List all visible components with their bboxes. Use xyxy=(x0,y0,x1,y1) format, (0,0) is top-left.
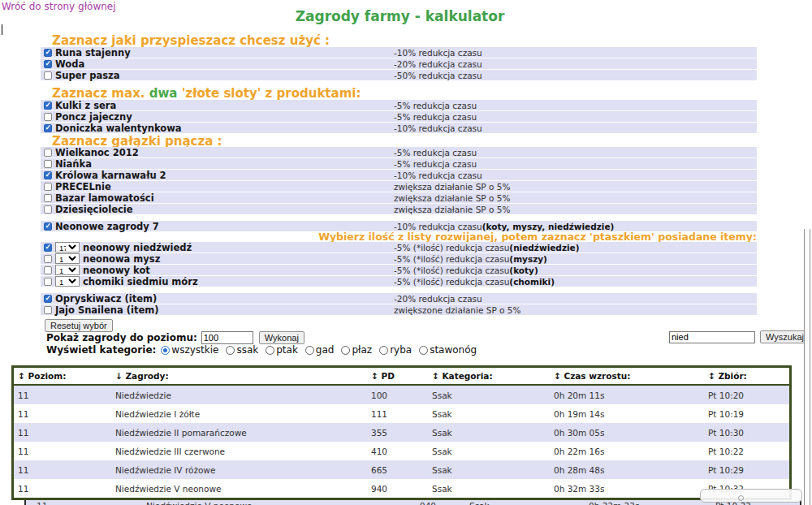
option-checkbox[interactable] xyxy=(44,149,52,157)
option-row: Wielkanoc 2012-5% redukcja czasu xyxy=(41,147,757,158)
table-header-cell[interactable]: ↕ Czas wzrostu: xyxy=(550,371,704,381)
option-checkbox[interactable] xyxy=(44,205,52,214)
option-effect-text: zwiększa działanie SP o 5% xyxy=(394,204,510,214)
option-checkbox[interactable] xyxy=(44,71,52,80)
option-checkbox[interactable] xyxy=(44,194,52,202)
table-cell: 940 xyxy=(367,484,428,494)
option-row: Dziesięcioleciezwiększa działanie SP o 5… xyxy=(41,204,757,214)
option-effect-text: -5% (*ilość) redukcja czasu (myszy) xyxy=(394,253,547,264)
option-effect-text: -5% (*ilość) redukcja czasu (chomiki) xyxy=(394,276,555,287)
table-header-cell[interactable]: ↕ PD xyxy=(367,371,428,381)
option-checkbox[interactable] xyxy=(44,222,52,231)
option-effect-bold: (koty) xyxy=(509,265,538,275)
category-radio-stawonóg[interactable] xyxy=(419,346,428,355)
table-cell: 111 xyxy=(367,409,428,419)
category-filter-line: Wyświetl kategorie: wszystkiessakptakgad… xyxy=(46,344,484,356)
table-cell: Ssak xyxy=(428,428,550,438)
table-cell: 11 xyxy=(14,391,111,400)
quantity-select[interactable]: 1 xyxy=(55,253,80,264)
category-radio-wszystkie[interactable] xyxy=(161,346,170,355)
category-radio-gad[interactable] xyxy=(305,346,314,355)
option-checkbox[interactable] xyxy=(44,266,52,274)
partial-table-row: 11Niedźwiedzie V neonowe940Ssak0h 32m 33… xyxy=(24,500,801,505)
table-cell: Ssak xyxy=(428,465,550,475)
level-label: Pokaż zagrody do poziomu: xyxy=(46,332,197,343)
option-checkbox[interactable] xyxy=(44,124,52,132)
option-effect-text: -10% redukcja czasu xyxy=(394,123,482,133)
option-label: neonowy niedźwiedź xyxy=(83,242,192,253)
quantity-select[interactable]: 1 xyxy=(55,276,80,287)
option-label: Kulki z sera xyxy=(55,100,116,111)
search-button[interactable]: Wyszukaj xyxy=(760,330,810,343)
option-checkbox[interactable] xyxy=(44,244,52,252)
partial-row-cell: Ssak xyxy=(469,501,490,505)
option-effect-text: -20% redukcja czasu xyxy=(394,58,482,69)
option-label: Królowa karnawału 2 xyxy=(55,170,166,181)
option-row: Niańka-5% redukcja czasu xyxy=(41,158,757,169)
table-header-label: Kategoria: xyxy=(442,371,492,381)
sort-arrow-icon[interactable]: ↕ xyxy=(432,371,442,381)
category-radio-item: stawonóg xyxy=(419,344,477,356)
category-radio-ryba[interactable] xyxy=(379,346,388,355)
category-radio-ptak[interactable] xyxy=(266,346,274,355)
table-cell: 11 xyxy=(14,409,111,419)
table-cell: Pt 10:29 xyxy=(704,465,789,475)
sort-arrow-icon[interactable]: ↕ xyxy=(708,371,718,381)
option-effect-text: -10% redukcja czasu xyxy=(394,170,482,180)
table-header-row: ↕ Poziom:↓ Zagrody:↕ PD↕ Kategoria:↕ Cza… xyxy=(14,368,789,384)
table-header-cell[interactable]: ↕ Poziom: xyxy=(14,371,111,381)
quantity-select[interactable]: 1 xyxy=(55,265,80,275)
option-checkbox[interactable] xyxy=(44,171,52,179)
option-checkbox[interactable] xyxy=(44,278,52,286)
option-checkbox[interactable] xyxy=(44,295,52,303)
sort-arrow-icon[interactable]: ↓ xyxy=(115,371,125,381)
table-cell: 355 xyxy=(367,428,428,438)
category-radio-label: wszystkie xyxy=(171,344,218,356)
option-checkbox[interactable] xyxy=(44,306,52,314)
level-filter-line: Pokaż zagrody do poziomu: Wykonaj xyxy=(46,331,304,344)
option-effect-bold: (koty, myszy, niedźwiedzie) xyxy=(482,222,615,231)
zoom-bubble-overlay xyxy=(700,489,802,503)
option-label: chomiki siedmiu mórz xyxy=(83,276,198,287)
category-radio-płaz[interactable] xyxy=(341,346,350,355)
option-checkbox[interactable] xyxy=(44,49,52,57)
category-radio-label: stawonóg xyxy=(430,344,477,356)
sort-arrow-icon[interactable]: ↕ xyxy=(371,371,381,381)
option-label: Wielkanoc 2012 xyxy=(55,147,139,158)
option-label: Dziesięciolecie xyxy=(55,204,133,215)
table-cell: 0h 19m 14s xyxy=(550,409,704,419)
option-effect-bold: (chomiki) xyxy=(509,277,555,287)
sort-arrow-icon[interactable]: ↕ xyxy=(18,371,28,381)
table-cell: 0h 20m 11s xyxy=(550,391,704,400)
table-header-cell[interactable]: ↓ Zagrody: xyxy=(111,371,367,381)
table-cell: Ssak xyxy=(428,447,550,456)
option-effect-text: -5% (*ilość) redukcja czasu (koty) xyxy=(394,265,538,275)
search-input[interactable] xyxy=(669,331,755,343)
option-checkbox[interactable] xyxy=(44,255,52,263)
table-header-cell[interactable]: ↕ Zbiór: xyxy=(704,371,789,381)
option-checkbox[interactable] xyxy=(44,183,52,191)
table-cell: Ssak xyxy=(428,409,550,419)
table-header-cell[interactable]: ↕ Kategoria: xyxy=(428,371,550,381)
reset-button[interactable]: Resetuj wybór xyxy=(45,319,113,332)
option-label: Opryskiwacz (item) xyxy=(55,293,157,304)
option-label: Niańka xyxy=(55,158,92,170)
table-cell: Pt 10:20 xyxy=(704,391,789,400)
table-cell: 11 xyxy=(14,447,111,456)
category-radio-ssak[interactable] xyxy=(226,346,235,355)
option-checkbox[interactable] xyxy=(44,160,52,168)
partial-row-cell: 0h 32m 33s xyxy=(589,501,639,505)
category-radio-item: ptak xyxy=(266,344,298,356)
execute-button[interactable]: Wykonaj xyxy=(259,331,304,344)
option-checkbox[interactable] xyxy=(44,113,52,121)
category-radios: wszystkiessakptakgadpłazrybastawonóg xyxy=(161,344,484,356)
table-header-label: PD xyxy=(381,371,394,381)
quantity-select[interactable]: 17 xyxy=(55,242,80,252)
level-input[interactable] xyxy=(201,331,253,344)
option-row: Jajo Snailena (item)zwiększone działanie… xyxy=(41,304,757,315)
sort-arrow-icon[interactable]: ↕ xyxy=(554,371,564,381)
option-checkbox[interactable] xyxy=(44,101,52,110)
option-checkbox[interactable] xyxy=(44,60,52,68)
category-radio-label: gad xyxy=(316,344,335,356)
vertical-scrollbar[interactable] xyxy=(804,229,810,505)
